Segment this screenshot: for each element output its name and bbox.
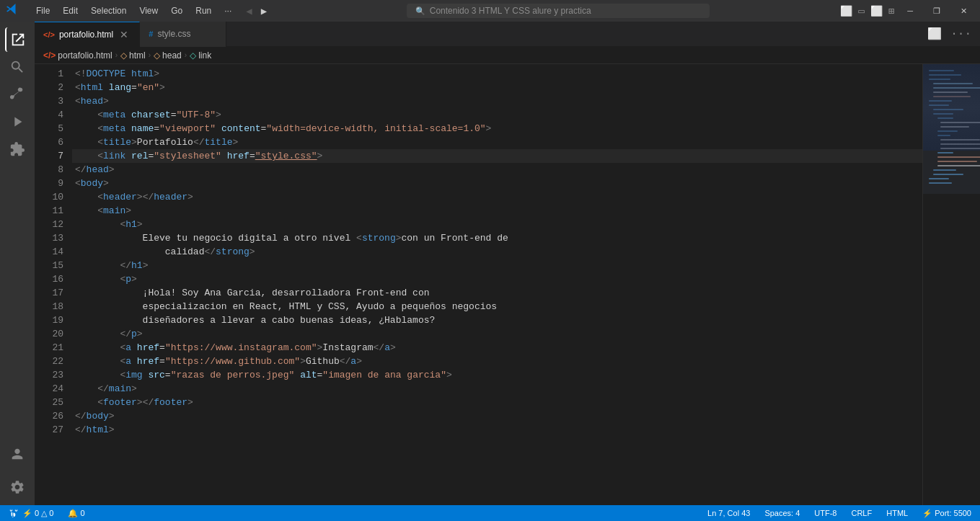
search-text: Contenido 3 HTML Y CSS alure y practica [430, 6, 591, 16]
minimap [922, 64, 980, 505]
search-icon: 🔍 [415, 6, 425, 16]
port-item[interactable]: ⚡ Port: 5500 [919, 505, 974, 521]
minimize-button[interactable]: ─ [900, 4, 920, 18]
activity-search-icon[interactable] [5, 55, 30, 79]
titlebar-right: ⬜ ▭ ⬜ ⊞ ─ ❐ ✕ [840, 4, 974, 19]
code-line-20: </p> [72, 327, 922, 341]
status-bar-right: Ln 7, Col 43 Spaces: 4 UTF-8 CRLF HTML ⚡… [705, 505, 974, 521]
code-line-3: <head> [72, 94, 922, 108]
html-file-icon: </> [43, 30, 55, 39]
line-numbers: 1 2 3 4 5 6 7 8 9 10 11 12 13 14 15 16 1… [35, 64, 69, 505]
layout-icon-1[interactable]: ⬜ [840, 5, 852, 17]
code-line-11: <main> [72, 204, 922, 218]
code-line-21: <a href="https://www.instagram.com">Inst… [72, 341, 922, 355]
breadcrumb-file[interactable]: </> portafolio.html [43, 50, 112, 61]
activity-settings-icon[interactable] [5, 475, 30, 499]
spaces-item[interactable]: Spaces: 4 [762, 505, 803, 521]
line-num-23: 23 [40, 368, 63, 382]
tab-style[interactable]: # style.css [140, 22, 226, 47]
nav-back-icon[interactable]: ◀ [243, 4, 255, 19]
git-branch-item[interactable]: ⚡ 0 △ 0 [6, 505, 56, 521]
code-line-14: calidad</strong> [72, 245, 922, 259]
line-num-18: 18 [40, 300, 63, 313]
language-text: HTML [886, 509, 908, 517]
menu-go[interactable]: Go [165, 4, 188, 17]
search-bar[interactable]: 🔍 Contenido 3 HTML Y CSS alure y practic… [407, 4, 710, 18]
nav-arrows: ◀ ▶ [243, 4, 270, 19]
line-num-24: 24 [40, 382, 63, 396]
breadcrumb-sep-2: › [149, 51, 151, 59]
encoding-text: UTF-8 [814, 509, 836, 517]
code-line-12: <h1> [72, 218, 922, 231]
breadcrumb-head-icon: ◇ [154, 50, 160, 61]
encoding-item[interactable]: UTF-8 [811, 505, 839, 521]
menu-file[interactable]: File [30, 4, 56, 17]
tab-portafolio-close[interactable]: ✕ [118, 28, 131, 41]
breadcrumb-head[interactable]: ◇ head [154, 50, 182, 61]
line-num-15: 15 [40, 259, 63, 272]
activity-explorer-icon[interactable] [5, 27, 30, 52]
code-editor[interactable]: <!DOCTYPE html> <html lang="en"> <head> … [69, 64, 922, 505]
css-file-icon: # [149, 30, 153, 38]
activity-source-control-icon[interactable] [5, 82, 30, 107]
line-num-7: 7 [40, 149, 63, 163]
breadcrumb-sep-3: › [185, 51, 187, 59]
code-line-24: </main> [72, 382, 922, 396]
breadcrumb-link-label: link [198, 50, 211, 61]
line-num-27: 27 [40, 423, 63, 437]
notifications-text: 🔔 0 [68, 509, 84, 518]
layout-icon-2[interactable]: ▭ [858, 5, 864, 17]
breadcrumb-html-icon: ◇ [120, 50, 127, 61]
tab-right-actions: ⬜ ··· [924, 25, 980, 43]
close-button[interactable]: ✕ [953, 4, 974, 19]
breadcrumb-html-label: html [129, 50, 146, 61]
layout-icon-3[interactable]: ⬜ [870, 5, 883, 17]
line-ending-item[interactable]: CRLF [848, 505, 875, 521]
spaces-text: Spaces: 4 [764, 509, 800, 517]
nav-forward-icon[interactable]: ▶ [258, 4, 270, 19]
menu-more[interactable]: ··· [218, 4, 237, 17]
notifications-item[interactable]: 🔔 0 [65, 505, 87, 521]
line-num-16: 16 [40, 272, 63, 286]
menu-items: File Edit Selection View Go Run ··· [30, 4, 237, 17]
line-num-11: 11 [40, 204, 63, 218]
code-line-16: <p> [72, 272, 922, 286]
language-item[interactable]: HTML [883, 505, 911, 521]
code-line-19: diseñadores a llevar a cabo buenas ideas… [72, 313, 922, 327]
titlebar-left: File Edit Selection View Go Run ··· [6, 3, 237, 19]
line-num-22: 22 [40, 355, 63, 368]
code-line-25: <footer></footer> [72, 396, 922, 409]
line-num-6: 6 [40, 135, 63, 149]
more-actions-icon[interactable]: ··· [948, 26, 974, 42]
breadcrumb-html[interactable]: ◇ html [120, 50, 146, 61]
activity-extensions-icon[interactable] [5, 137, 30, 161]
activity-accounts-icon[interactable] [5, 442, 30, 466]
menu-edit[interactable]: Edit [57, 4, 84, 17]
breadcrumb-link-icon: ◇ [190, 50, 196, 61]
menu-view[interactable]: View [133, 4, 164, 17]
line-num-4: 4 [40, 108, 63, 122]
code-line-6: <title>Portafolio</title> [72, 135, 922, 149]
split-editor-icon[interactable]: ⬜ [924, 25, 945, 43]
line-num-17: 17 [40, 286, 63, 300]
code-line-8: </head> [72, 163, 922, 177]
cursor-position-item[interactable]: Ln 7, Col 43 [705, 505, 753, 521]
layout-icon-4[interactable]: ⊞ [888, 5, 894, 17]
code-line-2: <html lang="en"> [72, 81, 922, 94]
menu-selection[interactable]: Selection [85, 4, 132, 17]
breadcrumb-head-label: head [162, 50, 182, 61]
code-line-15: </h1> [72, 259, 922, 272]
editor-area: 1 2 3 4 5 6 7 8 9 10 11 12 13 14 15 16 1… [35, 64, 980, 505]
line-num-9: 9 [40, 177, 63, 190]
code-line-27: </html> [72, 423, 922, 437]
tab-portafolio[interactable]: </> portafolio.html ✕ [35, 22, 140, 47]
maximize-button[interactable]: ❐ [926, 4, 948, 19]
line-num-5: 5 [40, 122, 63, 135]
line-ending-text: CRLF [851, 509, 872, 517]
code-line-13: Eleve tu negocio digital a otro nivel <s… [72, 231, 922, 245]
activity-run-debug-icon[interactable] [5, 110, 30, 134]
code-line-26: </body> [72, 409, 922, 423]
code-line-7: <link rel="stylesheet" href="style.css"> [72, 149, 922, 163]
menu-run[interactable]: Run [190, 4, 217, 17]
breadcrumb-link[interactable]: ◇ link [190, 50, 211, 61]
